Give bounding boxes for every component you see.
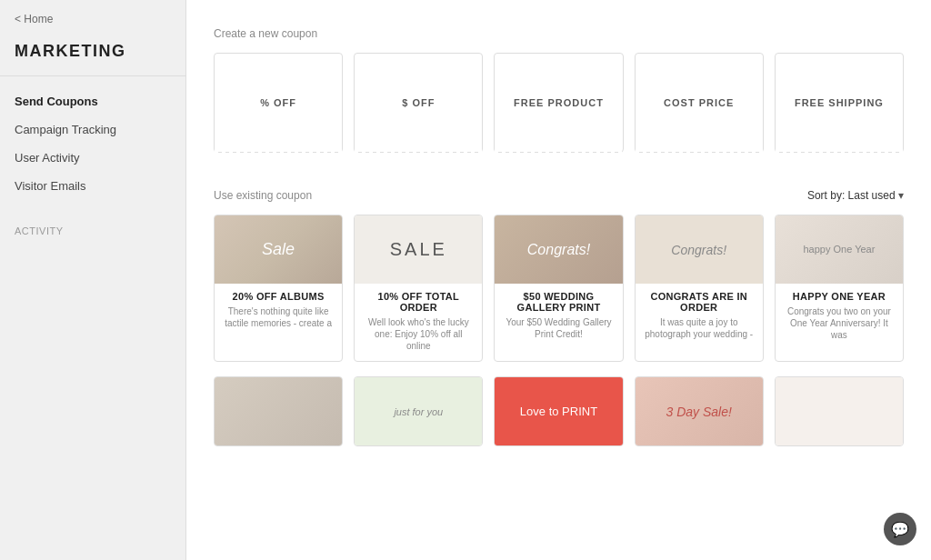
existing-coupon-body-happy-one-year: HAPPY ONE YEARCongrats you two on your O… bbox=[776, 284, 903, 350]
existing-coupon-img-happy-one-year bbox=[776, 215, 903, 284]
existing-coupon-desc-twenty-off-albums: There's nothing quite like tactile memor… bbox=[224, 305, 333, 329]
existing-coupon-card-r2-4[interactable] bbox=[635, 376, 764, 446]
existing-coupon-card-r2-1[interactable] bbox=[214, 376, 343, 446]
existing-coupon-img-r2-5 bbox=[776, 377, 903, 445]
existing-coupon-card-r2-3[interactable] bbox=[494, 376, 623, 446]
sidebar: Home MARKETING Send CouponsCampaign Trac… bbox=[0, 0, 186, 560]
sidebar-section-label: Activity bbox=[0, 211, 185, 242]
existing-coupon-card-congrats-in-order[interactable]: CONGRATS ARE IN ORDERIt was quite a joy … bbox=[635, 215, 764, 362]
new-coupon-types-row: % OFF$ OFFFREE PRODUCTCOST PRICEFREE SHI… bbox=[214, 53, 904, 153]
existing-coupon-img-ten-off-total bbox=[355, 215, 482, 284]
sidebar-nav-item-visitor-emails[interactable]: Visitor Emails bbox=[0, 172, 185, 200]
new-coupon-label-free-shipping: FREE SHIPPING bbox=[795, 97, 884, 108]
back-link[interactable]: Home bbox=[0, 0, 185, 35]
new-coupon-card-free-shipping[interactable]: FREE SHIPPING bbox=[775, 53, 904, 153]
existing-coupon-img-r2-3 bbox=[495, 377, 622, 445]
existing-coupon-img-r2-1 bbox=[215, 377, 342, 445]
existing-coupon-img-r2-4 bbox=[636, 377, 763, 445]
new-coupon-label-cost-price: COST PRICE bbox=[664, 97, 734, 108]
existing-coupon-desc-congrats-in-order: It was quite a joy to photograph your we… bbox=[645, 316, 754, 340]
existing-coupon-card-r2-2[interactable] bbox=[354, 376, 483, 446]
new-coupon-card-free-product[interactable]: FREE PRODUCT bbox=[494, 53, 623, 153]
existing-coupon-img-congrats-in-order bbox=[636, 215, 763, 284]
sidebar-nav-item-user-activity[interactable]: User Activity bbox=[0, 144, 185, 172]
existing-coupon-title-happy-one-year: HAPPY ONE YEAR bbox=[785, 291, 894, 302]
existing-coupon-card-ten-off-total[interactable]: 10% OFF TOTAL ORDERWell look who's the l… bbox=[354, 215, 483, 362]
existing-coupon-card-fifty-wedding[interactable]: $50 WEDDING GALLERY PRINTYour $50 Weddin… bbox=[494, 215, 623, 362]
existing-coupon-title-congrats-in-order: CONGRATS ARE IN ORDER bbox=[645, 291, 754, 313]
existing-coupon-desc-ten-off-total: Well look who's the lucky one: Enjoy 10%… bbox=[364, 316, 473, 352]
existing-coupon-title-ten-off-total: 10% OFF TOTAL ORDER bbox=[364, 291, 473, 313]
new-coupon-label-free-product: FREE PRODUCT bbox=[514, 97, 604, 108]
existing-section-label: Use existing coupon bbox=[214, 189, 312, 202]
sidebar-title: MARKETING bbox=[0, 35, 185, 75]
sidebar-nav-item-campaign-tracking[interactable]: Campaign Tracking bbox=[0, 115, 185, 144]
new-coupon-label-percent-off: % OFF bbox=[260, 97, 296, 108]
existing-coupon-body-congrats-in-order: CONGRATS ARE IN ORDERIt was quite a joy … bbox=[636, 284, 763, 349]
main-content: Create a new coupon % OFF$ OFFFREE PRODU… bbox=[186, 0, 931, 560]
existing-coupon-title-twenty-off-albums: 20% OFF ALBUMS bbox=[224, 291, 333, 302]
new-coupon-card-percent-off[interactable]: % OFF bbox=[214, 53, 343, 153]
new-coupon-card-cost-price[interactable]: COST PRICE bbox=[635, 53, 764, 153]
sidebar-nav-item-send-coupons[interactable]: Send Coupons bbox=[0, 87, 185, 115]
existing-coupons-row2 bbox=[214, 376, 904, 446]
existing-coupon-title-fifty-wedding: $50 WEDDING GALLERY PRINT bbox=[504, 291, 613, 313]
existing-coupon-desc-happy-one-year: Congrats you two on your One Year Annive… bbox=[785, 305, 894, 341]
existing-coupon-desc-fifty-wedding: Your $50 Wedding Gallery Print Credit! bbox=[504, 316, 613, 340]
existing-header: Use existing coupon Sort by: Last used ▾ bbox=[214, 189, 904, 202]
new-coupon-card-dollar-off[interactable]: $ OFF bbox=[354, 53, 483, 153]
new-coupon-label-dollar-off: $ OFF bbox=[402, 97, 435, 108]
existing-coupon-body-ten-off-total: 10% OFF TOTAL ORDERWell look who's the l… bbox=[355, 284, 482, 361]
existing-coupon-card-happy-one-year[interactable]: HAPPY ONE YEARCongrats you two on your O… bbox=[775, 215, 904, 362]
existing-coupon-img-twenty-off-albums bbox=[215, 215, 342, 284]
existing-coupon-img-fifty-wedding bbox=[495, 215, 622, 284]
existing-coupon-img-r2-2 bbox=[355, 377, 482, 445]
existing-coupon-body-twenty-off-albums: 20% OFF ALBUMSThere's nothing quite like… bbox=[215, 284, 342, 338]
sort-dropdown[interactable]: Sort by: Last used ▾ bbox=[807, 189, 904, 202]
sidebar-nav: Send CouponsCampaign TrackingUser Activi… bbox=[0, 76, 185, 211]
existing-coupon-card-r2-5[interactable] bbox=[775, 376, 904, 446]
existing-coupon-card-twenty-off-albums[interactable]: 20% OFF ALBUMSThere's nothing quite like… bbox=[214, 215, 343, 362]
create-section-label: Create a new coupon bbox=[214, 27, 904, 40]
existing-coupons-row1: 20% OFF ALBUMSThere's nothing quite like… bbox=[214, 215, 904, 362]
existing-coupon-body-fifty-wedding: $50 WEDDING GALLERY PRINTYour $50 Weddin… bbox=[495, 284, 622, 349]
chat-bubble[interactable]: 💬 bbox=[884, 513, 916, 545]
